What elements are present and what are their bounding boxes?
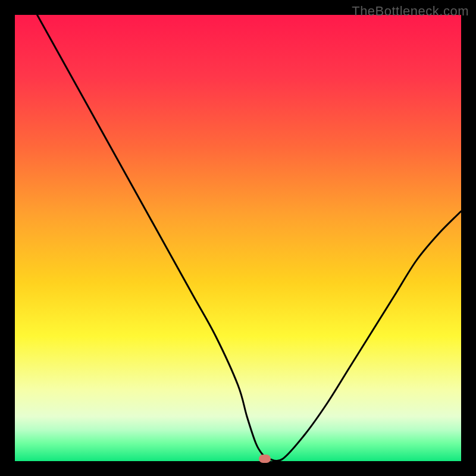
optimal-point-marker [259,455,271,463]
watermark-text: TheBottleneck.com [352,4,469,19]
chart-frame: TheBottleneck.com [0,0,476,476]
chart-svg [15,15,461,461]
plot-area [15,15,461,461]
gradient-background [15,15,461,461]
